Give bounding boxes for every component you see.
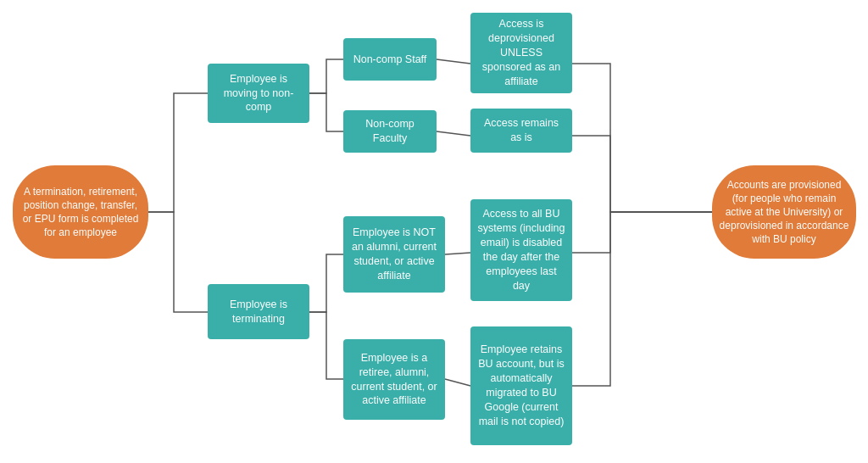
access-disabled-node: Access to all BU systems (including emai… — [470, 199, 572, 301]
noncomp-staff-node: Non-comp Staff — [343, 38, 437, 81]
employee-retains-node: Employee retains BU account, but is auto… — [470, 326, 572, 445]
diagram: A termination, retirement, position chan… — [0, 0, 868, 463]
access-deprovisioned-node: Access is deprovisioned UNLESS sponsored… — [470, 13, 572, 93]
svg-line-1 — [437, 131, 470, 136]
svg-line-0 — [437, 59, 470, 64]
end-node: Accounts are provisioned (for people who… — [712, 165, 856, 259]
start-node: A termination, retirement, position chan… — [13, 165, 148, 259]
terminating-node: Employee is terminating — [208, 284, 309, 339]
svg-line-2 — [445, 253, 470, 254]
not-alumni-node: Employee is NOT an alumni, current stude… — [343, 216, 445, 293]
moving-to-noncomp-node: Employee is moving to non-comp — [208, 64, 309, 123]
noncomp-faculty-node: Non-comp Faculty — [343, 110, 437, 153]
svg-line-3 — [445, 379, 470, 386]
is-retiree-node: Employee is a retiree, alumni, current s… — [343, 339, 445, 420]
access-remains-node: Access remains as is — [470, 109, 572, 153]
